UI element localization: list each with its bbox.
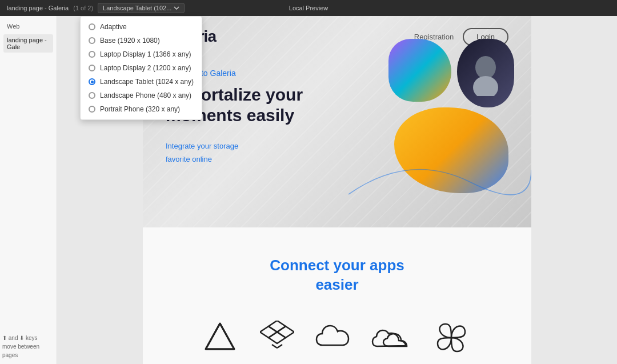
viewport-dropdown[interactable]: Landscape Tablet (102... <box>98 3 185 13</box>
svg-marker-7 <box>260 326 277 338</box>
dropdown-label: Landscape Tablet (102... <box>103 5 171 11</box>
dropdown-item-label: Landscape Phone (480 x any) <box>100 91 191 99</box>
svg-line-10 <box>272 345 277 348</box>
svg-line-11 <box>277 345 282 348</box>
google-drive-icon <box>200 318 240 358</box>
hint-key-down: ⬇ <box>19 335 24 341</box>
app-dropbox: Dropbox <box>257 318 297 364</box>
connect-title-line2: easier <box>315 276 358 293</box>
one-drive-icon <box>371 318 411 358</box>
radio-laptop1 <box>89 51 95 58</box>
photo-blob-2 <box>457 39 514 107</box>
viewport-dropdown-menu: Adaptive Base (1920 x 1080) Laptop Displ… <box>80 16 202 120</box>
apps-grid: Google Drive Dropbox <box>166 318 508 364</box>
dropdown-item-base[interactable]: Base (1920 x 1080) <box>81 34 202 47</box>
dropdown-item-adaptive[interactable]: Adaptive <box>81 20 202 34</box>
svg-marker-8 <box>277 326 294 338</box>
hint-key-up: ⬆ <box>2 335 7 341</box>
left-sidebar: Web landing page - Gale ⬆ and ⬇ keysmove… <box>0 16 57 364</box>
radio-landscape-phone <box>89 92 95 99</box>
dropdown-item-label: Portrait Phone (320 x any) <box>100 105 180 113</box>
top-bar: landing page - Galeria (1 of 2) Landscap… <box>0 0 617 16</box>
svg-marker-2 <box>206 323 234 349</box>
dropdown-item-label: Laptop Display 2 (1200 x any) <box>100 64 191 72</box>
connect-title: Connect your apps easier <box>166 256 508 295</box>
radio-laptop2 <box>89 65 95 71</box>
app-google-drive: Google Drive <box>200 318 240 364</box>
svg-marker-6 <box>269 321 286 332</box>
dropdown-item-laptop1[interactable]: Laptop Display 1 (1366 x any) <box>81 47 202 61</box>
dropdown-item-label: Landscape Tablet (1024 x any) <box>100 78 194 86</box>
svg-marker-9 <box>269 332 286 343</box>
google-photos-icon <box>431 318 471 358</box>
dropdown-item-landscape-tablet[interactable]: Landscape Tablet (1024 x any) <box>81 75 202 89</box>
page-indicator: (1 of 2) <box>73 5 93 11</box>
radio-adaptive <box>89 23 95 30</box>
svg-point-0 <box>475 56 496 79</box>
sidebar-item-landing[interactable]: landing page - Gale <box>3 34 53 53</box>
svg-line-3 <box>206 323 220 349</box>
keyboard-hint: ⬆ and ⬇ keysmove between pages <box>2 334 57 359</box>
photo-collage <box>383 39 520 199</box>
app-one-drive: One Drive <box>371 318 411 364</box>
svg-point-1 <box>473 76 498 96</box>
dropdown-item-portrait-phone[interactable]: Portrait Phone (320 x any) <box>81 102 202 116</box>
hero-subtitle-line2: favorite online <box>166 155 212 163</box>
hero-subtitle-line1: Integrate your storage <box>166 142 238 150</box>
app-icloud: iCloud <box>314 318 354 364</box>
dropdown-item-laptop2[interactable]: Laptop Display 2 (1200 x any) <box>81 61 202 75</box>
dropdown-item-label: Laptop Display 1 (1366 x any) <box>100 50 191 58</box>
dropbox-icon <box>257 318 297 358</box>
photo-blob-1 <box>388 39 451 102</box>
page-label: landing page - Galeria <box>7 5 69 11</box>
preview-label: Local Preview <box>289 5 328 11</box>
radio-base <box>89 37 95 44</box>
connect-section: Connect your apps easier <box>143 227 531 364</box>
hero-decoration-curve <box>348 142 531 210</box>
connect-title-line1: Connect your apps <box>270 257 404 274</box>
sidebar-item-web[interactable]: Web <box>3 21 53 32</box>
app-google-photos: Google Photos <box>428 318 474 364</box>
dropdown-item-landscape-phone[interactable]: Landscape Phone (480 x any) <box>81 89 202 102</box>
svg-line-5 <box>220 323 234 349</box>
icloud-icon <box>314 318 354 358</box>
dropdown-item-label: Base (1920 x 1080) <box>100 37 160 45</box>
chevron-down-icon <box>174 6 179 10</box>
hero-subtitle: Integrate your storage favorite online <box>166 139 326 166</box>
radio-portrait-phone <box>89 106 95 113</box>
radio-landscape-tablet <box>89 78 95 85</box>
dropdown-item-label: Adaptive <box>100 23 127 31</box>
